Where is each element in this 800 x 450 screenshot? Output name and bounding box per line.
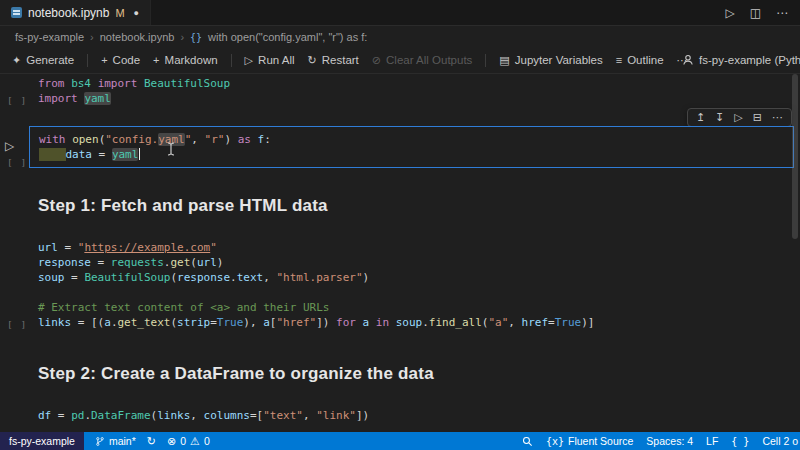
plus-icon: + (153, 54, 159, 66)
run-icon[interactable]: ▷ (725, 6, 734, 20)
indentation-label: Spaces: 4 (646, 435, 693, 447)
code-line: import yaml (38, 91, 786, 106)
git-modified-badge: M (115, 7, 124, 19)
run-cell-icon[interactable]: ▷ (734, 111, 742, 124)
tab-notebook-ipynb[interactable]: notebook.ipynb M ● (0, 0, 151, 25)
button-label: Markdown (165, 54, 218, 66)
generate-button[interactable]: ✦ Generate (12, 54, 74, 67)
problems-status[interactable]: ⊗ 0 ⚠ 0 (167, 435, 210, 447)
split-editor-icon[interactable]: ◫ (750, 6, 761, 20)
breadcrumb-symbol[interactable]: with open("config.yaml", "r") as f: (208, 31, 367, 43)
run-below-icon[interactable]: ↧ (715, 111, 724, 124)
clear-outputs-icon: ⊘ (372, 54, 381, 67)
warning-icon: ⚠ (190, 436, 200, 447)
sparkle-icon: ✦ (12, 54, 21, 67)
tab-title: notebook.ipynb (28, 6, 109, 20)
outline-icon: ≡ (616, 54, 622, 66)
code-line: response = requests.get(url) (38, 255, 786, 270)
language-mode-status[interactable]: { } (731, 436, 749, 447)
branch-label: main* (109, 435, 136, 447)
editor-actions: ▷ ◫ ⋯ (725, 0, 800, 25)
button-label: Restart (322, 54, 359, 66)
breadcrumb: fs-py-example › notebook.ipynb › {} with… (0, 27, 800, 47)
add-markdown-cell-button[interactable]: + Markdown (153, 54, 218, 66)
magnifier-icon (522, 436, 533, 447)
sync-icon: ↻ (147, 436, 156, 447)
code-line: with open("config.yaml", "r") as f: (39, 132, 793, 147)
symbol-icon: {} (190, 32, 202, 43)
indentation-status[interactable]: Spaces: 4 (646, 435, 693, 447)
button-label: Outline (627, 54, 663, 66)
remote-label: fs-py-example (9, 435, 75, 447)
remote-indicator[interactable]: fs-py-example (0, 432, 84, 450)
toolbar-separator (87, 54, 88, 67)
run-above-icon[interactable]: ↥ (696, 111, 705, 124)
code-editor[interactable]: url = "https://example.com"response = re… (38, 240, 786, 330)
status-bar-right: {x} Fluent Source Spaces: 4 LF { } Cell … (522, 435, 800, 447)
run-all-icon: ▷ (245, 54, 253, 67)
kernel-picker[interactable]: fs-py-example (Python (682, 47, 800, 73)
code-editor[interactable]: from bs4 import BeautifulSoupimport yaml (38, 76, 786, 106)
execution-count: [ ] (7, 95, 27, 106)
split-cell-icon[interactable]: ⊟ (753, 111, 762, 124)
code-editor[interactable]: df = pd.DataFrame(links, columns=["text"… (38, 408, 786, 423)
code-line: data = yaml (39, 147, 793, 162)
cell-indicator-status[interactable]: Cell 2 o (762, 435, 798, 447)
code-line: from bs4 import BeautifulSoup (38, 76, 786, 91)
restart-icon: ↻ (308, 54, 317, 67)
cell-hover-toolbar: ↥ ↧ ▷ ⊟ ⋯ (687, 108, 792, 127)
notebook-file-icon (11, 7, 22, 18)
notebook-cell-imports[interactable]: [ ] from bs4 import BeautifulSoupimport … (0, 74, 800, 114)
restart-kernel-button[interactable]: ↻ Restart (308, 54, 359, 67)
unsaved-dot-icon[interactable]: ● (134, 8, 139, 18)
notebook-cell-active[interactable]: ▷ [ ] with open("config.yaml", "r") as f… (0, 126, 800, 168)
code-line: links = [(a.get_text(strip=True), a["hre… (38, 315, 786, 330)
add-code-cell-button[interactable]: + Code (101, 54, 140, 66)
notebook-cell-markdown-step1[interactable]: Step 1: Fetch and parse HTML data (0, 196, 800, 216)
clear-all-outputs-button: ⊘ Clear All Outputs (372, 54, 473, 67)
fluent-source-status[interactable]: {x} Fluent Source (546, 435, 633, 447)
code-editor[interactable]: with open("config.yaml", "r") as f: data… (39, 132, 793, 162)
vscode-window: notebook.ipynb M ● ▷ ◫ ⋯ fs-py-example ›… (0, 0, 800, 450)
jupyter-variables-button[interactable]: ▤ Jupyter Variables (499, 54, 602, 67)
focused-cell-border: with open("config.yaml", "r") as f: data… (29, 126, 794, 168)
editor-tab-bar: notebook.ipynb M ● ▷ ◫ ⋯ (0, 0, 800, 26)
outline-button[interactable]: ≡ Outline (616, 54, 664, 66)
eol-label: LF (706, 435, 718, 447)
notebook-cell-dataframe[interactable]: df = pd.DataFrame(links, columns=["text"… (0, 404, 800, 431)
breadcrumb-file[interactable]: notebook.ipynb (100, 31, 175, 43)
eol-status[interactable]: LF (706, 435, 718, 447)
breadcrumb-separator: › (180, 31, 184, 43)
zoom-status[interactable] (522, 436, 533, 447)
button-label: Jupyter Variables (515, 54, 603, 66)
run-all-button[interactable]: ▷ Run All (245, 54, 295, 67)
cell-indicator-label: Cell 2 o (762, 435, 798, 447)
branch-icon (95, 436, 105, 447)
status-bar: fs-py-example main* ↻ ⊗ 0 ⚠ 0 {x} Fluent… (0, 432, 800, 450)
fluent-label: Fluent Source (568, 435, 633, 447)
scrollbar-track (790, 74, 800, 432)
notebook-cell-markdown-step2[interactable]: Step 2: Create a DataFrame to organize t… (0, 364, 800, 384)
person-icon (682, 54, 694, 66)
run-cell-button[interactable]: ▷ (5, 139, 14, 153)
code-line: soup = BeautifulSoup(response.text, "htm… (38, 270, 786, 285)
notebook-cell-fetch-parse[interactable]: [ ] url = "https://example.com"response … (0, 236, 800, 338)
more-actions-icon[interactable]: ⋯ (772, 111, 783, 124)
button-label: Generate (26, 54, 74, 66)
button-label: Clear All Outputs (386, 54, 472, 66)
git-branch-status[interactable]: main* (95, 435, 136, 447)
braces-icon: { } (731, 436, 749, 447)
code-line: df = pd.DataFrame(links, columns=["text"… (38, 408, 786, 423)
breadcrumb-separator: › (90, 31, 94, 43)
code-line: url = "https://example.com" (38, 240, 786, 255)
breadcrumb-folder[interactable]: fs-py-example (15, 31, 84, 43)
markdown-heading: Step 2: Create a DataFrame to organize t… (38, 364, 800, 384)
fluent-icon: {x} (546, 436, 564, 447)
more-actions-icon[interactable]: ⋯ (776, 6, 788, 20)
toolbar-separator (485, 54, 486, 67)
scrollbar-thumb[interactable] (792, 74, 798, 239)
execution-count: [ ] (7, 319, 27, 330)
button-label: Code (113, 54, 141, 66)
sync-status[interactable]: ↻ (147, 436, 156, 447)
button-label: Run All (258, 54, 294, 66)
